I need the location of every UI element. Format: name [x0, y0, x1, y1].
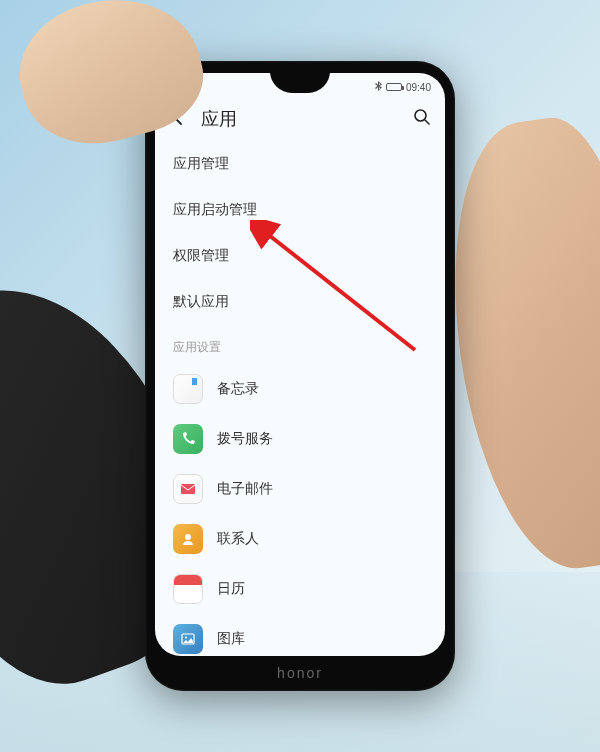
- signal-icon: [169, 81, 181, 93]
- menu-item-label: 默认应用: [173, 293, 229, 309]
- app-item-calendar[interactable]: 日历: [155, 564, 445, 614]
- svg-point-0: [415, 110, 426, 121]
- search-button[interactable]: [413, 108, 431, 131]
- phone-device: 09:40 应用 应用管理 应用启动管理 权限管理 默认应用: [145, 61, 455, 691]
- contacts-icon: [173, 524, 203, 554]
- app-item-contacts[interactable]: 联系人: [155, 514, 445, 564]
- page-title: 应用: [201, 107, 399, 131]
- app-item-label: 日历: [217, 580, 245, 598]
- page-header: 应用: [155, 97, 445, 141]
- menu-item-label: 应用启动管理: [173, 201, 257, 217]
- bluetooth-icon: [375, 81, 382, 93]
- calendar-icon: [173, 574, 203, 604]
- app-item-label: 拨号服务: [217, 430, 273, 448]
- phone-brand-label: honor: [145, 665, 455, 681]
- menu-item-app-launch[interactable]: 应用启动管理: [155, 187, 445, 233]
- app-item-email[interactable]: 电子邮件: [155, 464, 445, 514]
- app-item-label: 备忘录: [217, 380, 259, 398]
- app-item-notes[interactable]: 备忘录: [155, 364, 445, 414]
- settings-list: 应用管理 应用启动管理 权限管理 默认应用 应用设置 备忘录 拨号服务: [155, 141, 445, 656]
- svg-point-2: [185, 534, 191, 540]
- notes-icon: [173, 374, 203, 404]
- back-button[interactable]: [169, 108, 187, 131]
- gallery-icon: [173, 624, 203, 654]
- email-icon: [173, 474, 203, 504]
- phone-icon: [173, 424, 203, 454]
- phone-screen: 09:40 应用 应用管理 应用启动管理 权限管理 默认应用: [155, 73, 445, 656]
- menu-item-app-management[interactable]: 应用管理: [155, 141, 445, 187]
- menu-item-default-apps[interactable]: 默认应用: [155, 279, 445, 325]
- app-item-label: 电子邮件: [217, 480, 273, 498]
- status-time: 09:40: [406, 82, 431, 93]
- svg-point-4: [185, 637, 187, 639]
- wifi-icon: [185, 81, 197, 93]
- menu-item-permissions[interactable]: 权限管理: [155, 233, 445, 279]
- menu-item-label: 应用管理: [173, 155, 229, 171]
- app-item-label: 联系人: [217, 530, 259, 548]
- menu-item-label: 权限管理: [173, 247, 229, 263]
- svg-rect-1: [181, 484, 195, 494]
- app-item-gallery[interactable]: 图库: [155, 614, 445, 656]
- battery-icon: [386, 83, 402, 91]
- section-header-app-settings: 应用设置: [155, 325, 445, 364]
- app-item-dialer[interactable]: 拨号服务: [155, 414, 445, 464]
- app-item-label: 图库: [217, 630, 245, 648]
